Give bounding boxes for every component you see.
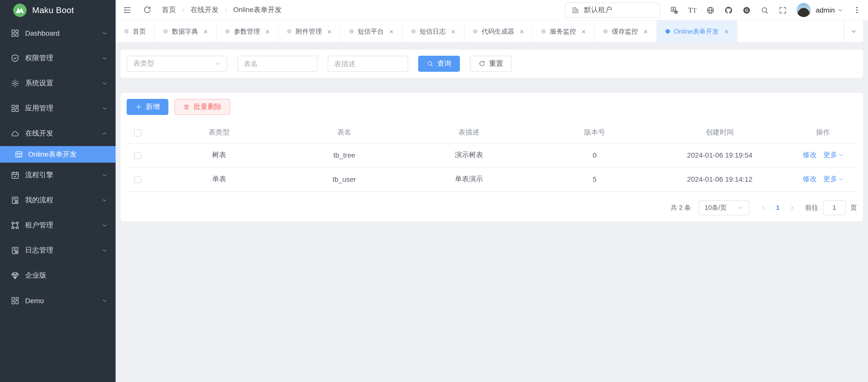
- breadcrumb-online-dev[interactable]: 在线开发: [190, 5, 219, 14]
- add-button[interactable]: 新增: [127, 99, 168, 115]
- sidebar-item-企业版[interactable]: 企业版: [0, 263, 116, 288]
- close-icon[interactable]: ×: [582, 28, 586, 35]
- search-button-label: 查询: [437, 59, 451, 68]
- breadcrumb-current: Online表单开发: [233, 5, 282, 14]
- table-icon: [14, 150, 23, 159]
- chevron-down-icon: [101, 105, 107, 111]
- sidebar-item-应用管理[interactable]: 应用管理: [0, 96, 116, 121]
- sidebar-item-流程引擎[interactable]: 流程引擎: [0, 163, 116, 188]
- pagination: 共 2 条 10条/页 1 前往 页: [127, 200, 857, 215]
- table-name-input[interactable]: [237, 56, 318, 72]
- sidebar-item-我的流程[interactable]: 我的流程: [0, 188, 116, 213]
- chevron-down-icon: [101, 197, 107, 203]
- chevron-down-icon: [838, 152, 843, 158]
- tab-短信平台[interactable]: 短信平台×: [341, 21, 402, 42]
- sidebar-item-租户管理[interactable]: 租户管理: [0, 213, 116, 238]
- table-desc-input[interactable]: [328, 56, 408, 72]
- add-button-label: 新增: [146, 102, 160, 111]
- calendar-icon: [10, 171, 20, 180]
- gitee-icon[interactable]: G: [742, 6, 751, 14]
- edit-link[interactable]: 修改: [803, 150, 817, 159]
- fullscreen-icon[interactable]: [778, 6, 787, 14]
- chevron-up-icon: [101, 131, 107, 137]
- close-icon[interactable]: ×: [204, 28, 208, 35]
- github-icon[interactable]: [724, 6, 733, 14]
- filter-card: 表类型 查询 重置: [121, 50, 863, 78]
- tab-缓存监控[interactable]: 缓存监控×: [595, 21, 657, 42]
- avatar[interactable]: [797, 3, 811, 17]
- table-type-select[interactable]: 表类型: [127, 56, 227, 72]
- table-body: 树表tb_tree演示树表02024-01-06 19:19:54修改更多单表t…: [127, 143, 857, 191]
- row-checkbox[interactable]: [134, 152, 141, 159]
- collapse-sidebar-icon[interactable]: [123, 5, 132, 14]
- sidebar-item-权限管理[interactable]: 权限管理: [0, 46, 116, 71]
- more-link-label: 更多: [823, 150, 837, 160]
- sidebar-item-Dashboard[interactable]: Dashboard: [0, 21, 116, 46]
- kebab-menu-icon[interactable]: [853, 6, 861, 14]
- logo-icon: [12, 3, 27, 18]
- reset-button[interactable]: 重置: [470, 56, 512, 72]
- sidebar-item-label: 日志管理: [25, 246, 101, 255]
- tab-label: 服务监控: [550, 27, 576, 36]
- sidebar-item-label: 系统设置: [25, 79, 101, 88]
- tab-服务监控[interactable]: 服务监控×: [533, 21, 595, 42]
- goto-page-input[interactable]: [823, 200, 846, 215]
- more-link[interactable]: 更多: [823, 175, 843, 184]
- more-link[interactable]: 更多: [823, 150, 843, 160]
- plus-icon: [135, 103, 142, 110]
- cell-version: 0: [539, 143, 650, 167]
- close-icon[interactable]: ×: [724, 28, 728, 35]
- globe-icon[interactable]: [706, 6, 715, 14]
- sidebar-item-在线开发[interactable]: 在线开发: [0, 121, 116, 146]
- chevron-down-icon: [101, 55, 107, 61]
- chevron-down-icon: [837, 7, 843, 13]
- tab-附件管理[interactable]: 附件管理×: [279, 21, 341, 42]
- table-toolbar: 新增 批量删除: [127, 99, 857, 115]
- tab-数据字典[interactable]: 数据字典×: [155, 21, 217, 42]
- tab-代码生成器[interactable]: 代码生成器×: [464, 21, 533, 42]
- font-size-icon[interactable]: TT: [688, 6, 696, 14]
- search-icon[interactable]: [761, 6, 769, 14]
- close-icon[interactable]: ×: [328, 28, 332, 35]
- data-table: 表类型表名表描述版本号创建时间操作 树表tb_tree演示树表02024-01-…: [127, 123, 857, 192]
- sidebar-item-Demo[interactable]: Demo: [0, 288, 116, 313]
- batch-delete-button[interactable]: 批量删除: [175, 99, 230, 115]
- chevron-down-icon: [101, 247, 107, 253]
- select-all-checkbox[interactable]: [134, 130, 141, 137]
- row-checkbox[interactable]: [134, 176, 141, 183]
- current-page[interactable]: 1: [776, 204, 779, 211]
- tabs-bar: 首页数据字典×参数管理×附件管理×短信平台×短信日志×代码生成器×服务监控×缓存…: [116, 21, 868, 43]
- tenant-select[interactable]: 默认租户: [565, 2, 660, 18]
- close-icon[interactable]: ×: [451, 28, 455, 35]
- close-icon[interactable]: ×: [266, 28, 269, 35]
- tabs-dropdown-button[interactable]: [844, 21, 863, 42]
- search-button[interactable]: 查询: [418, 56, 460, 72]
- close-icon[interactable]: ×: [520, 28, 524, 35]
- tab-label: Online表单开发: [674, 27, 719, 36]
- tab-dot: [603, 29, 608, 34]
- close-icon[interactable]: ×: [389, 28, 393, 35]
- diamond-icon: [10, 271, 20, 280]
- user-menu[interactable]: admin: [816, 6, 843, 14]
- prev-page-icon[interactable]: [761, 205, 767, 211]
- close-icon[interactable]: ×: [644, 28, 648, 35]
- page-size-select[interactable]: 10条/页: [699, 200, 749, 215]
- tab-参数管理[interactable]: 参数管理×: [217, 21, 278, 42]
- tab-短信日志[interactable]: 短信日志×: [403, 21, 464, 42]
- tab-Online表单开发[interactable]: Online表单开发×: [657, 21, 738, 42]
- edit-link[interactable]: 修改: [803, 175, 817, 183]
- building-icon: [571, 6, 580, 14]
- sidebar-item-系统设置[interactable]: 系统设置: [0, 71, 116, 96]
- tabs: 首页数据字典×参数管理×附件管理×短信平台×短信日志×代码生成器×服务监控×缓存…: [116, 21, 738, 42]
- sidebar: Maku Boot Dashboard权限管理系统设置应用管理在线开发Onlin…: [0, 0, 116, 382]
- tab-首页[interactable]: 首页: [116, 21, 155, 42]
- main-area: 首页 在线开发 Online表单开发 默认租户 TT G: [116, 0, 868, 382]
- sidebar-item-日志管理[interactable]: 日志管理: [0, 238, 116, 263]
- breadcrumb-home[interactable]: 首页: [162, 5, 176, 14]
- next-page-icon[interactable]: [789, 205, 795, 211]
- tab-label: 缓存监控: [612, 27, 638, 36]
- doc-clock-icon: [10, 246, 20, 255]
- translate-icon[interactable]: [670, 6, 679, 14]
- sidebar-subitem-Online表单开发[interactable]: Online表单开发: [0, 146, 116, 163]
- refresh-icon[interactable]: [143, 5, 152, 14]
